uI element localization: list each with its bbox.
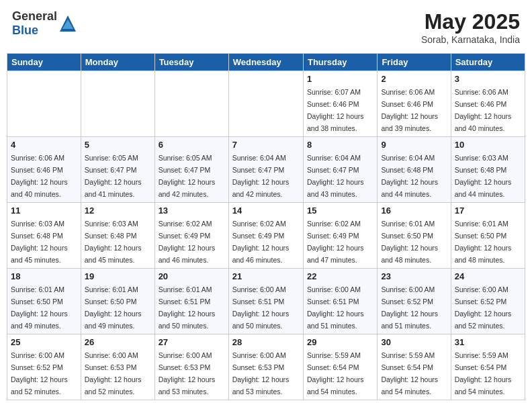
logo-general: General — [12, 9, 57, 23]
calendar-table: Sunday Monday Tuesday Wednesday Thursday… — [7, 53, 525, 400]
cell-detail: Sunrise: 6:06 AMSunset: 6:46 PMDaylight:… — [381, 88, 438, 132]
day-number: 17 — [455, 205, 521, 216]
day-number: 31 — [455, 337, 521, 347]
month-year-title: May 2025 — [421, 9, 520, 34]
day-number: 29 — [307, 337, 373, 347]
table-row: 13 Sunrise: 6:02 AMSunset: 6:49 PMDaylig… — [154, 203, 228, 269]
day-number: 1 — [307, 74, 373, 84]
cell-detail: Sunrise: 5:59 AMSunset: 6:54 PMDaylight:… — [381, 351, 438, 396]
table-row: 15 Sunrise: 6:02 AMSunset: 6:49 PMDaylig… — [303, 203, 377, 269]
cell-detail: Sunrise: 6:04 AMSunset: 6:47 PMDaylight:… — [307, 154, 364, 198]
cell-detail: Sunrise: 6:05 AMSunset: 6:47 PMDaylight:… — [159, 154, 216, 198]
cell-detail: Sunrise: 6:00 AMSunset: 6:51 PMDaylight:… — [307, 285, 364, 330]
cell-detail: Sunrise: 6:05 AMSunset: 6:47 PMDaylight:… — [85, 154, 142, 198]
table-row: 1 Sunrise: 6:07 AMSunset: 6:46 PMDayligh… — [303, 71, 377, 137]
cell-detail: Sunrise: 6:02 AMSunset: 6:49 PMDaylight:… — [159, 220, 216, 264]
table-row: 28 Sunrise: 6:00 AMSunset: 6:53 PMDaylig… — [228, 334, 303, 400]
day-number: 8 — [307, 140, 373, 150]
header-tuesday: Tuesday — [154, 54, 228, 71]
day-number: 21 — [232, 271, 300, 281]
table-row: 2 Sunrise: 6:06 AMSunset: 6:46 PMDayligh… — [378, 71, 451, 137]
logo-icon — [58, 14, 77, 33]
day-number: 13 — [159, 205, 225, 216]
cell-detail: Sunrise: 6:01 AMSunset: 6:50 PMDaylight:… — [85, 285, 142, 330]
header-wednesday: Wednesday — [228, 54, 303, 71]
cell-detail: Sunrise: 6:01 AMSunset: 6:50 PMDaylight:… — [455, 220, 512, 264]
cell-detail: Sunrise: 6:06 AMSunset: 6:46 PMDaylight:… — [455, 88, 512, 132]
cell-detail: Sunrise: 6:00 AMSunset: 6:53 PMDaylight:… — [159, 351, 216, 396]
cell-detail: Sunrise: 6:00 AMSunset: 6:51 PMDaylight:… — [232, 285, 290, 330]
cell-detail: Sunrise: 6:03 AMSunset: 6:48 PMDaylight:… — [455, 154, 512, 198]
day-number: 26 — [85, 337, 151, 347]
logo: General Blue — [12, 9, 77, 38]
table-row: 23 Sunrise: 6:00 AMSunset: 6:52 PMDaylig… — [378, 269, 451, 334]
day-number: 19 — [85, 271, 151, 281]
day-number: 12 — [85, 205, 151, 216]
cell-detail: Sunrise: 6:00 AMSunset: 6:52 PMDaylight:… — [11, 351, 68, 396]
calendar-week-5: 25 Sunrise: 6:00 AMSunset: 6:52 PMDaylig… — [7, 334, 525, 400]
cell-detail: Sunrise: 6:01 AMSunset: 6:50 PMDaylight:… — [11, 285, 68, 330]
table-row: 3 Sunrise: 6:06 AMSunset: 6:46 PMDayligh… — [451, 71, 525, 137]
cell-detail: Sunrise: 6:00 AMSunset: 6:53 PMDaylight:… — [85, 351, 142, 396]
table-row: 11 Sunrise: 6:03 AMSunset: 6:48 PMDaylig… — [7, 203, 81, 269]
cell-detail: Sunrise: 5:59 AMSunset: 6:54 PMDaylight:… — [455, 351, 512, 396]
calendar-week-1: 1 Sunrise: 6:07 AMSunset: 6:46 PMDayligh… — [7, 71, 525, 137]
table-row: 31 Sunrise: 5:59 AMSunset: 6:54 PMDaylig… — [451, 334, 525, 400]
header-saturday: Saturday — [451, 54, 525, 71]
table-row: 24 Sunrise: 6:00 AMSunset: 6:52 PMDaylig… — [451, 269, 525, 334]
table-row: 4 Sunrise: 6:06 AMSunset: 6:46 PMDayligh… — [7, 137, 81, 203]
table-row — [7, 71, 81, 137]
calendar-header-row: Sunday Monday Tuesday Wednesday Thursday… — [7, 54, 525, 71]
day-number: 22 — [307, 271, 373, 281]
day-number: 5 — [85, 140, 151, 150]
table-row: 12 Sunrise: 6:03 AMSunset: 6:48 PMDaylig… — [81, 203, 154, 269]
header-friday: Friday — [378, 54, 451, 71]
calendar-week-2: 4 Sunrise: 6:06 AMSunset: 6:46 PMDayligh… — [7, 137, 525, 203]
page-header: General Blue May 2025 Sorab, Karnataka, … — [7, 7, 525, 48]
cell-detail: Sunrise: 6:01 AMSunset: 6:50 PMDaylight:… — [381, 220, 438, 264]
calendar-week-3: 11 Sunrise: 6:03 AMSunset: 6:48 PMDaylig… — [7, 203, 525, 269]
table-row: 22 Sunrise: 6:00 AMSunset: 6:51 PMDaylig… — [303, 269, 377, 334]
title-area: May 2025 Sorab, Karnataka, India — [421, 9, 520, 45]
day-number: 16 — [381, 205, 447, 216]
cell-detail: Sunrise: 6:02 AMSunset: 6:49 PMDaylight:… — [232, 220, 290, 264]
table-row — [81, 71, 154, 137]
table-row: 10 Sunrise: 6:03 AMSunset: 6:48 PMDaylig… — [451, 137, 525, 203]
location-subtitle: Sorab, Karnataka, India — [421, 34, 520, 45]
day-number: 23 — [381, 271, 447, 281]
cell-detail: Sunrise: 6:00 AMSunset: 6:53 PMDaylight:… — [232, 351, 290, 396]
day-number: 14 — [232, 205, 300, 216]
table-row: 18 Sunrise: 6:01 AMSunset: 6:50 PMDaylig… — [7, 269, 81, 334]
table-row: 29 Sunrise: 5:59 AMSunset: 6:54 PMDaylig… — [303, 334, 377, 400]
day-number: 6 — [159, 140, 225, 150]
day-number: 27 — [159, 337, 225, 347]
day-number: 11 — [11, 205, 77, 216]
table-row: 30 Sunrise: 5:59 AMSunset: 6:54 PMDaylig… — [378, 334, 451, 400]
day-number: 20 — [159, 271, 225, 281]
day-number: 18 — [11, 271, 77, 281]
header-monday: Monday — [81, 54, 154, 71]
table-row: 8 Sunrise: 6:04 AMSunset: 6:47 PMDayligh… — [303, 137, 377, 203]
day-number: 2 — [381, 74, 447, 84]
day-number: 15 — [307, 205, 373, 216]
cell-detail: Sunrise: 6:04 AMSunset: 6:48 PMDaylight:… — [381, 154, 438, 198]
table-row — [228, 71, 303, 137]
table-row: 27 Sunrise: 6:00 AMSunset: 6:53 PMDaylig… — [154, 334, 228, 400]
cell-detail: Sunrise: 6:07 AMSunset: 6:46 PMDaylight:… — [307, 88, 364, 132]
day-number: 7 — [232, 140, 300, 150]
table-row: 14 Sunrise: 6:02 AMSunset: 6:49 PMDaylig… — [228, 203, 303, 269]
cell-detail: Sunrise: 6:01 AMSunset: 6:51 PMDaylight:… — [159, 285, 216, 330]
logo-blue: Blue — [12, 24, 38, 37]
cell-detail: Sunrise: 6:03 AMSunset: 6:48 PMDaylight:… — [11, 220, 68, 264]
day-number: 4 — [11, 140, 77, 150]
table-row: 25 Sunrise: 6:00 AMSunset: 6:52 PMDaylig… — [7, 334, 81, 400]
day-number: 28 — [232, 337, 300, 347]
table-row: 16 Sunrise: 6:01 AMSunset: 6:50 PMDaylig… — [378, 203, 451, 269]
cell-detail: Sunrise: 6:04 AMSunset: 6:47 PMDaylight:… — [232, 154, 290, 198]
table-row: 6 Sunrise: 6:05 AMSunset: 6:47 PMDayligh… — [154, 137, 228, 203]
day-number: 9 — [381, 140, 447, 150]
day-number: 24 — [455, 271, 521, 281]
table-row: 19 Sunrise: 6:01 AMSunset: 6:50 PMDaylig… — [81, 269, 154, 334]
day-number: 10 — [455, 140, 521, 150]
cell-detail: Sunrise: 5:59 AMSunset: 6:54 PMDaylight:… — [307, 351, 364, 396]
